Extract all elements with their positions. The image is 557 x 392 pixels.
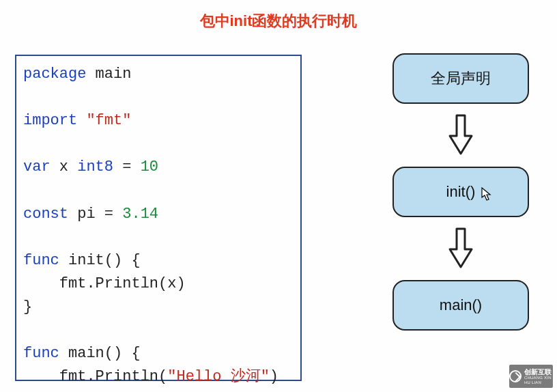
code-number: 3.14	[122, 206, 158, 223]
flow-arrow	[447, 217, 474, 280]
arrow-down-icon	[447, 114, 474, 156]
code-number: 10	[141, 158, 158, 176]
code-text: init() {	[59, 252, 141, 269]
watermark-logo-icon	[509, 370, 522, 382]
code-keyword: package	[23, 66, 86, 83]
code-keyword: var	[23, 158, 51, 176]
arrow-down-icon	[447, 227, 474, 270]
code-text: pi =	[68, 206, 122, 223]
code-keyword: func	[23, 252, 59, 269]
code-text: )	[270, 368, 278, 385]
code-text: main() {	[59, 345, 141, 362]
code-string: "Hello 沙河"	[167, 368, 270, 385]
flow-node-init: init()	[392, 167, 529, 217]
code-text: =	[113, 158, 141, 176]
watermark: 创新互联 CHUANG XIN HU LIAN	[509, 365, 553, 388]
flow-arrow	[447, 104, 474, 167]
diagram-title: 包中init函数的执行时机	[0, 11, 557, 31]
code-keyword: import	[23, 112, 77, 129]
flow-node-label: main()	[440, 296, 482, 314]
watermark-zh: 创新互联	[524, 368, 553, 376]
flow-node-label: init()	[446, 183, 476, 201]
code-text: x	[51, 158, 78, 176]
watermark-en: CHUANG XIN HU LIAN	[524, 376, 553, 384]
code-listing: package main import "fmt" var x int8 = 1…	[15, 55, 302, 381]
code-string: "fmt"	[86, 112, 131, 129]
code-text: fmt.Println(x)	[23, 275, 186, 292]
flow-node-main: main()	[392, 280, 529, 331]
flow-chart: 全局声明 init() main()	[382, 53, 539, 331]
code-text: fmt.Println(	[23, 368, 167, 385]
mouse-cursor-icon	[481, 187, 492, 201]
flow-node-global-decl: 全局声明	[392, 53, 529, 104]
code-text: main	[86, 66, 131, 83]
code-keyword: const	[23, 206, 68, 223]
code-text: }	[23, 298, 32, 316]
watermark-text: 创新互联 CHUANG XIN HU LIAN	[524, 368, 553, 384]
code-type: int8	[77, 158, 113, 176]
code-keyword: func	[23, 345, 59, 362]
flow-node-label: 全局声明	[431, 68, 491, 89]
